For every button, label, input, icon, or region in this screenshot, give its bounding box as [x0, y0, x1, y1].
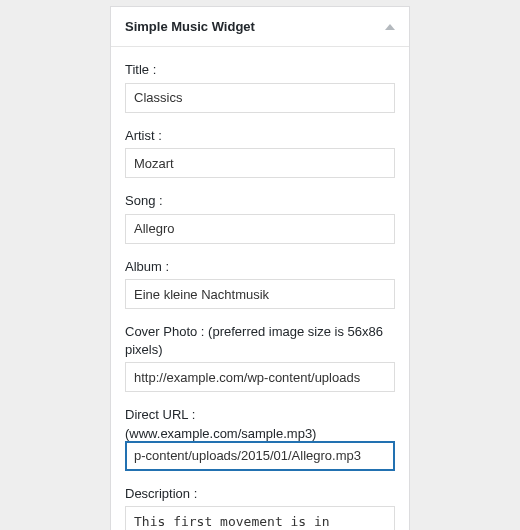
- description-label: Description :: [125, 485, 395, 503]
- field-description: Description :: [125, 485, 395, 530]
- field-title: Title :: [125, 61, 395, 113]
- widget-header[interactable]: Simple Music Widget: [111, 7, 409, 47]
- song-input[interactable]: [125, 214, 395, 244]
- collapse-toggle-icon: [385, 24, 395, 30]
- artist-label: Artist :: [125, 127, 395, 145]
- description-textarea[interactable]: [125, 506, 395, 530]
- widget-title: Simple Music Widget: [125, 19, 255, 34]
- cover-photo-label: Cover Photo : (preferred image size is 5…: [125, 323, 395, 358]
- widget-body: Title : Artist : Song : Album : Cover Ph…: [111, 47, 409, 530]
- direct-url-input[interactable]: [125, 441, 395, 471]
- song-label: Song :: [125, 192, 395, 210]
- field-cover-photo: Cover Photo : (preferred image size is 5…: [125, 323, 395, 392]
- album-label: Album :: [125, 258, 395, 276]
- field-album: Album :: [125, 258, 395, 310]
- artist-input[interactable]: [125, 148, 395, 178]
- album-input[interactable]: [125, 279, 395, 309]
- field-artist: Artist :: [125, 127, 395, 179]
- cover-photo-input[interactable]: [125, 362, 395, 392]
- music-widget-panel: Simple Music Widget Title : Artist : Son…: [110, 6, 410, 530]
- title-input[interactable]: [125, 83, 395, 113]
- direct-url-hint: (www.example.com/sample.mp3): [125, 426, 395, 441]
- direct-url-label: Direct URL :: [125, 406, 395, 424]
- title-label: Title :: [125, 61, 395, 79]
- field-direct-url: Direct URL : (www.example.com/sample.mp3…: [125, 406, 395, 471]
- field-song: Song :: [125, 192, 395, 244]
- page-background: Simple Music Widget Title : Artist : Son…: [0, 0, 520, 530]
